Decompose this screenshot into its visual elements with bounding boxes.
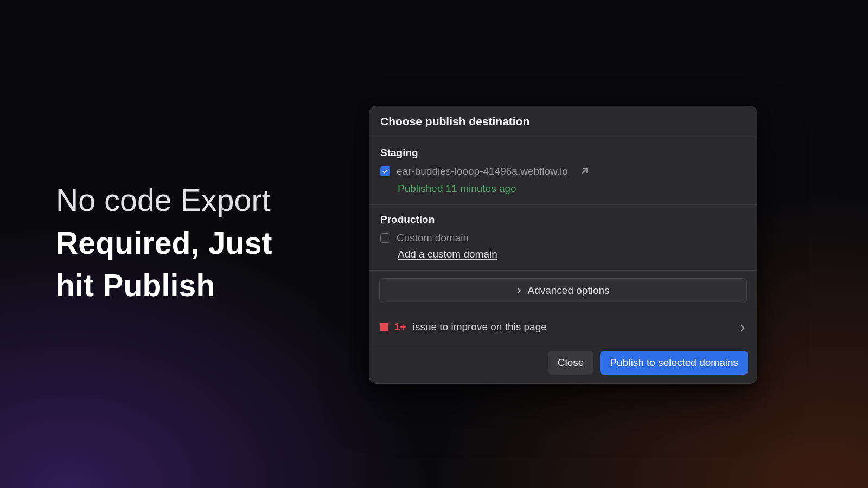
advanced-options-wrap: Advanced options (369, 271, 757, 312)
issues-row[interactable]: 1+ issue to improve on this page (369, 312, 757, 343)
checkmark-icon (382, 168, 388, 175)
staging-domain-row[interactable]: ear-buddies-looop-41496a.webflow.io (380, 165, 746, 177)
issue-count: 1+ (394, 321, 406, 333)
headline-line-1: No code Export (56, 179, 272, 222)
external-link-icon[interactable] (580, 167, 589, 176)
issue-indicator-icon (380, 323, 388, 331)
staging-section: Staging ear-buddies-looop-41496a.webflow… (369, 138, 757, 205)
add-custom-domain-link[interactable]: Add a custom domain (398, 248, 497, 260)
staging-domain-url: ear-buddies-looop-41496a.webflow.io (397, 165, 568, 177)
headline-line-2: Required, Just (56, 222, 272, 265)
chevron-right-icon (516, 288, 522, 293)
advanced-options-button[interactable]: Advanced options (379, 278, 747, 303)
close-button[interactable]: Close (548, 351, 594, 375)
production-checkbox[interactable] (380, 233, 390, 243)
advanced-options-label: Advanced options (527, 285, 609, 297)
marketing-headline: No code Export Required, Just hit Publis… (56, 179, 272, 307)
issue-text: issue to improve on this page (413, 321, 733, 333)
dialog-footer: Close Publish to selected domains (369, 343, 757, 383)
custom-domain-label: Custom domain (397, 232, 469, 244)
dialog-title: Choose publish destination (369, 106, 757, 138)
production-heading: Production (380, 214, 746, 226)
staging-published-status: Published 11 minutes ago (398, 183, 746, 195)
publish-button[interactable]: Publish to selected domains (600, 351, 748, 375)
publish-dialog: Choose publish destination Staging ear-b… (369, 106, 757, 384)
staging-checkbox[interactable] (380, 166, 390, 176)
staging-heading: Staging (380, 147, 746, 159)
production-section: Production Custom domain Add a custom do… (369, 205, 757, 271)
production-domain-row[interactable]: Custom domain (380, 232, 746, 244)
chevron-right-icon (739, 324, 746, 330)
headline-line-3: hit Publish (56, 264, 272, 307)
